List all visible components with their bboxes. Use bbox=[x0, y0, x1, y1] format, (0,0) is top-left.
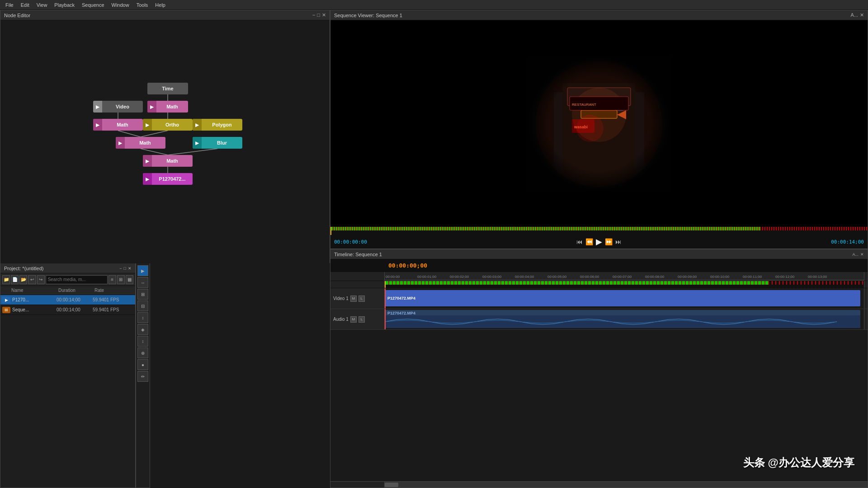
tool-rolling[interactable]: ⊟ bbox=[137, 300, 148, 311]
go-to-start-button[interactable]: ⏮ bbox=[576, 238, 583, 245]
viewer-playhead[interactable] bbox=[330, 227, 331, 235]
step-forward-button[interactable]: ⏩ bbox=[605, 238, 613, 245]
node-ortho-label: Ortho bbox=[152, 122, 193, 127]
node-math2[interactable]: ▶ Math bbox=[93, 119, 143, 131]
viewer-progress-container[interactable] bbox=[330, 227, 868, 235]
video-clip-0[interactable]: P1270472.MP4 bbox=[385, 290, 860, 306]
node-editor-minimize[interactable]: − bbox=[312, 12, 315, 18]
svg-rect-39 bbox=[385, 315, 860, 328]
viewer-controls: 00:00:00:00 ⏮ ⏪ ▶ ⏩ ⏭ 00:00:14;00 bbox=[330, 235, 868, 249]
menu-playback[interactable]: Playback bbox=[51, 1, 78, 9]
svg-text:00:00:08;00: 00:00:08;00 bbox=[645, 275, 665, 279]
video-track-row: Video 1 M L P1270472.MP4 bbox=[330, 288, 868, 309]
node-p1270[interactable]: ▶ P1270472... bbox=[143, 173, 193, 185]
left-section: Node Editor − □ ✕ bbox=[0, 10, 330, 488]
col-header-rate: Rate bbox=[93, 288, 133, 293]
tool-pen[interactable]: ● bbox=[137, 359, 148, 370]
timeline-tracks: Video 1 M L P1270472.MP4 Aud bbox=[330, 288, 868, 481]
menu-edit[interactable]: Edit bbox=[17, 1, 33, 9]
svg-text:00:00:04;00: 00:00:04;00 bbox=[515, 275, 534, 279]
bottom-layout: Project: *(untitled) − □ ✕ 📁 📄 📂 ↩ ↪ ≡ ⊞ bbox=[0, 263, 330, 488]
node-editor-maximize[interactable]: □ bbox=[317, 12, 320, 18]
node-math3-icon: ▶ bbox=[116, 137, 125, 149]
undo-button[interactable]: ↩ bbox=[28, 275, 36, 284]
node-ortho-icon: ▶ bbox=[143, 119, 152, 131]
grid-view-button[interactable]: ▦ bbox=[126, 275, 133, 284]
viewer-minimize[interactable]: A... bbox=[850, 12, 858, 18]
tool-select[interactable]: ▶ bbox=[137, 265, 148, 276]
timeline-minimize[interactable]: A... bbox=[852, 252, 859, 257]
menu-window[interactable]: Window bbox=[108, 1, 133, 9]
audio-l-button[interactable]: L bbox=[359, 316, 365, 323]
node-math1[interactable]: ▶ Math bbox=[147, 101, 188, 113]
audio-track-scrollbar[interactable] bbox=[864, 309, 868, 329]
node-math4[interactable]: ▶ Math bbox=[143, 155, 193, 167]
timeline-panel: Timeline: Sequence 1 A... ✕ 00:00:00;00 bbox=[330, 249, 868, 488]
tool-slide[interactable]: ⊕ bbox=[137, 347, 148, 358]
project-close[interactable]: ✕ bbox=[128, 266, 132, 271]
timeline-h-scrollbar[interactable] bbox=[330, 481, 868, 488]
video-track-content[interactable]: P1270472.MP4 bbox=[385, 288, 864, 309]
open-button[interactable]: 📂 bbox=[19, 275, 27, 284]
menu-tools[interactable]: Tools bbox=[133, 1, 152, 9]
project-minimize[interactable]: − bbox=[119, 266, 122, 271]
search-media-input[interactable] bbox=[46, 275, 108, 284]
menubar: File Edit View Playback Sequence Window … bbox=[0, 0, 868, 10]
tool-hand[interactable]: ✏ bbox=[137, 371, 148, 382]
menu-file[interactable]: File bbox=[2, 1, 17, 9]
node-math3[interactable]: ▶ Math bbox=[116, 137, 165, 149]
svg-text:00:00:09;00: 00:00:09;00 bbox=[678, 275, 697, 279]
audio-clip-0[interactable]: P1270472.MP4 bbox=[385, 310, 860, 328]
viewer-transport-controls: ⏮ ⏪ ▶ ⏩ ⏭ bbox=[576, 237, 622, 247]
go-to-end-button[interactable]: ⏭ bbox=[615, 238, 622, 245]
viewer-in-out-marks bbox=[330, 227, 868, 230]
video-l-button[interactable]: L bbox=[359, 296, 365, 302]
redo-button[interactable]: ↪ bbox=[37, 275, 45, 284]
viewer-close[interactable]: ✕ bbox=[860, 12, 864, 18]
svg-text:00:00:12;00: 00:00:12;00 bbox=[775, 275, 795, 279]
step-back-button[interactable]: ⏪ bbox=[585, 238, 593, 245]
timeline-ruler[interactable]: 00:00:00 00:00:01;00 00:00:02;00 00:00:0… bbox=[385, 272, 864, 281]
video-track-label: Video 1 M L bbox=[330, 288, 385, 309]
project-item-0[interactable]: ▶ P1270... 00:00:14;00 59.9401 FPS bbox=[0, 295, 135, 305]
audio-m-button[interactable]: M bbox=[350, 316, 357, 323]
tool-ripple[interactable]: ⊞ bbox=[137, 289, 148, 300]
menu-sequence[interactable]: Sequence bbox=[78, 1, 108, 9]
list-view-button[interactable]: ≡ bbox=[108, 275, 116, 284]
play-button[interactable]: ▶ bbox=[596, 237, 602, 247]
h-scrollbar-thumb[interactable] bbox=[385, 483, 398, 487]
new-item-button[interactable]: 📄 bbox=[11, 275, 19, 284]
audio-track-row: Audio 1 M L P1270472.MP4 bbox=[330, 309, 868, 330]
icon-view-button[interactable]: ⊞ bbox=[117, 275, 125, 284]
video-track-scrollbar[interactable] bbox=[864, 288, 868, 309]
node-editor-title: Node Editor bbox=[4, 13, 30, 18]
tool-razor[interactable]: ◈ bbox=[137, 324, 148, 335]
node-video[interactable]: ▶ Video bbox=[93, 101, 143, 113]
clip-icon: ▶ bbox=[2, 297, 10, 303]
node-video-label: Video bbox=[102, 104, 143, 109]
menu-help[interactable]: Help bbox=[151, 1, 169, 9]
project-maximize[interactable]: □ bbox=[124, 266, 126, 271]
node-time[interactable]: Time bbox=[147, 83, 188, 94]
node-polygon[interactable]: ▶ Polygon bbox=[193, 119, 242, 131]
new-bin-button[interactable]: 📁 bbox=[2, 275, 10, 284]
node-blur-icon: ▶ bbox=[193, 137, 202, 149]
audio-track-content[interactable]: P1270472.MP4 bbox=[385, 309, 864, 329]
tool-rate[interactable]: ↕ bbox=[137, 312, 148, 323]
tool-track-select[interactable]: ↔ bbox=[137, 277, 148, 288]
sequence-viewer: Sequence Viewer: Sequence 1 A... ✕ bbox=[330, 10, 868, 249]
menu-view[interactable]: View bbox=[33, 1, 51, 9]
tool-slip[interactable]: ↕ bbox=[137, 336, 148, 347]
timeline-playhead[interactable] bbox=[385, 281, 386, 288]
node-blur[interactable]: ▶ Blur bbox=[193, 137, 242, 149]
col-header-name: Name bbox=[9, 288, 57, 293]
node-ortho[interactable]: ▶ Ortho bbox=[143, 119, 193, 131]
timeline-close[interactable]: ✕ bbox=[860, 252, 864, 257]
node-editor-close[interactable]: ✕ bbox=[322, 12, 326, 18]
progress-scrollbar bbox=[864, 281, 868, 288]
project-item-1[interactable]: ▤ Seque... 00:00:14;00 59.9401 FPS bbox=[0, 305, 135, 315]
svg-text:00:00:05;00: 00:00:05;00 bbox=[547, 275, 567, 279]
item-name-1: Seque... bbox=[12, 307, 57, 312]
video-m-button[interactable]: M bbox=[350, 296, 357, 302]
video-playhead-line bbox=[385, 288, 386, 309]
